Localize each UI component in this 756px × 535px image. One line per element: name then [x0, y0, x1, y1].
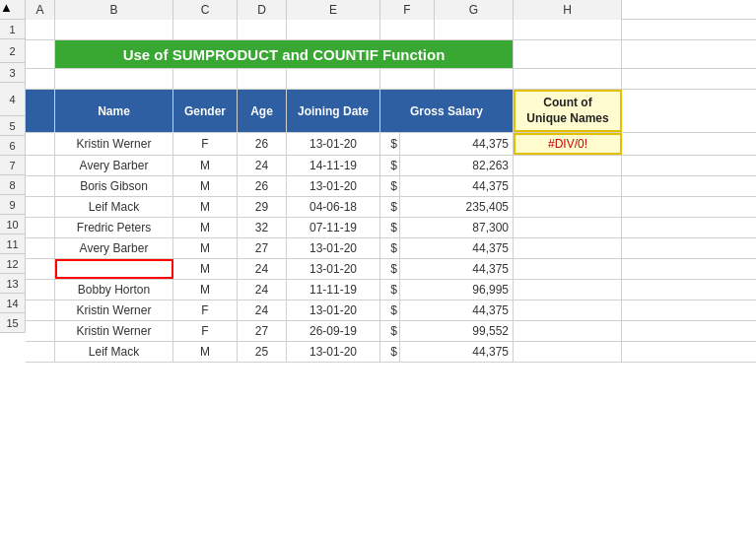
- cell-salary-11[interactable]: 44,375: [400, 259, 514, 279]
- cell-a14[interactable]: [26, 321, 55, 341]
- cell-a8[interactable]: [26, 197, 55, 217]
- cell-gender-10[interactable]: M: [173, 238, 238, 258]
- cell-date-14[interactable]: 26-09-19: [287, 321, 380, 341]
- cell-a11[interactable]: [26, 259, 55, 279]
- cell-name-9[interactable]: Fredric Peters: [55, 218, 173, 237]
- cell-h13[interactable]: [514, 301, 622, 320]
- cell-date-13[interactable]: 13-01-20: [287, 301, 380, 320]
- cell-h11[interactable]: [514, 259, 622, 279]
- cell-date-8[interactable]: 04-06-18: [287, 197, 380, 217]
- cell-h12[interactable]: [514, 280, 622, 300]
- cell-a7[interactable]: [26, 176, 55, 196]
- cell-name-8[interactable]: Leif Mack: [55, 197, 173, 217]
- row-num-12: 12: [0, 254, 26, 274]
- cell-gender-12[interactable]: M: [173, 280, 238, 300]
- cell-age-15[interactable]: 25: [238, 342, 287, 362]
- cell-a3[interactable]: [26, 69, 55, 89]
- cell-salary-5[interactable]: 44,375: [400, 133, 514, 155]
- cell-h7[interactable]: [514, 176, 622, 196]
- cell-salary-13[interactable]: 44,375: [400, 301, 514, 320]
- row-2: Use of SUMPRODUCT and COUNTIF Function: [26, 40, 756, 69]
- cell-g1[interactable]: [435, 20, 514, 39]
- cell-a2[interactable]: [26, 40, 55, 68]
- cell-name-15[interactable]: Leif Mack: [55, 342, 173, 362]
- cell-h9[interactable]: [514, 218, 622, 237]
- row-5: Kristin Werner F 26 13-01-20 $ 44,375 #D…: [26, 133, 756, 156]
- cell-salary-14[interactable]: 99,552: [400, 321, 514, 341]
- cell-age-10[interactable]: 27: [238, 238, 287, 258]
- cell-a4[interactable]: [26, 90, 55, 132]
- cell-name-6[interactable]: Avery Barber: [55, 156, 173, 175]
- count-box-header: Count of Unique Names: [514, 90, 622, 132]
- cell-h1[interactable]: [514, 20, 622, 39]
- cell-f1[interactable]: [380, 20, 435, 39]
- cell-gender-5[interactable]: F: [173, 133, 238, 155]
- cell-date-6[interactable]: 14-11-19: [287, 156, 380, 175]
- cell-gender-8[interactable]: M: [173, 197, 238, 217]
- cell-a5[interactable]: [26, 133, 55, 155]
- cell-age-11[interactable]: 24: [238, 259, 287, 279]
- cell-a6[interactable]: [26, 156, 55, 175]
- cell-gender-9[interactable]: M: [173, 218, 238, 237]
- cell-date-15[interactable]: 13-01-20: [287, 342, 380, 362]
- cell-c3[interactable]: [173, 69, 238, 89]
- cell-age-12[interactable]: 24: [238, 280, 287, 300]
- cell-name-5[interactable]: Kristin Werner: [55, 133, 173, 155]
- cell-age-8[interactable]: 29: [238, 197, 287, 217]
- cell-age-6[interactable]: 24: [238, 156, 287, 175]
- cell-name-12[interactable]: Bobby Horton: [55, 280, 173, 300]
- cell-d3[interactable]: [238, 69, 287, 89]
- cell-f3[interactable]: [380, 69, 435, 89]
- cell-salary-8[interactable]: 235,405: [400, 197, 514, 217]
- cell-h3[interactable]: [514, 69, 622, 89]
- cell-age-14[interactable]: 27: [238, 321, 287, 341]
- cell-name-11[interactable]: [55, 259, 173, 279]
- cell-age-13[interactable]: 24: [238, 301, 287, 320]
- cell-h8[interactable]: [514, 197, 622, 217]
- cell-gender-15[interactable]: M: [173, 342, 238, 362]
- cell-salary-9[interactable]: 87,300: [400, 218, 514, 237]
- cell-gender-13[interactable]: F: [173, 301, 238, 320]
- count-box-value[interactable]: #DIV/0!: [514, 133, 622, 155]
- cell-date-9[interactable]: 07-11-19: [287, 218, 380, 237]
- cell-e3[interactable]: [287, 69, 380, 89]
- cell-salary-15[interactable]: 44,375: [400, 342, 514, 362]
- cell-h6[interactable]: [514, 156, 622, 175]
- cell-a9[interactable]: [26, 218, 55, 237]
- cell-date-11[interactable]: 13-01-20: [287, 259, 380, 279]
- cell-gender-14[interactable]: F: [173, 321, 238, 341]
- cell-name-13[interactable]: Kristin Werner: [55, 301, 173, 320]
- cell-h15[interactable]: [514, 342, 622, 362]
- cell-b1[interactable]: [55, 20, 173, 39]
- cell-d1[interactable]: [238, 20, 287, 39]
- cell-salary-10[interactable]: 44,375: [400, 238, 514, 258]
- cell-gender-11[interactable]: M: [173, 259, 238, 279]
- cell-a12[interactable]: [26, 280, 55, 300]
- cell-h10[interactable]: [514, 238, 622, 258]
- cell-age-7[interactable]: 26: [238, 176, 287, 196]
- cell-name-10[interactable]: Avery Barber: [55, 238, 173, 258]
- cell-gender-6[interactable]: M: [173, 156, 238, 175]
- cell-salary-12[interactable]: 96,995: [400, 280, 514, 300]
- cell-h14[interactable]: [514, 321, 622, 341]
- cell-b3[interactable]: [55, 69, 173, 89]
- cell-a1[interactable]: [26, 20, 55, 39]
- cell-date-12[interactable]: 11-11-19: [287, 280, 380, 300]
- cell-date-5[interactable]: 13-01-20: [287, 133, 380, 155]
- cell-g3[interactable]: [435, 69, 514, 89]
- cell-salary-7[interactable]: 44,375: [400, 176, 514, 196]
- cell-date-7[interactable]: 13-01-20: [287, 176, 380, 196]
- cell-a15[interactable]: [26, 342, 55, 362]
- cell-name-7[interactable]: Boris Gibson: [55, 176, 173, 196]
- cell-a13[interactable]: [26, 301, 55, 320]
- cell-c1[interactable]: [173, 20, 238, 39]
- cell-age-5[interactable]: 26: [238, 133, 287, 155]
- cell-a10[interactable]: [26, 238, 55, 258]
- cell-h2[interactable]: [514, 40, 622, 68]
- cell-age-9[interactable]: 32: [238, 218, 287, 237]
- cell-name-14[interactable]: Kristin Werner: [55, 321, 173, 341]
- cell-gender-7[interactable]: M: [173, 176, 238, 196]
- cell-salary-6[interactable]: 82,263: [400, 156, 514, 175]
- cell-e1[interactable]: [287, 20, 380, 39]
- cell-date-10[interactable]: 13-01-20: [287, 238, 380, 258]
